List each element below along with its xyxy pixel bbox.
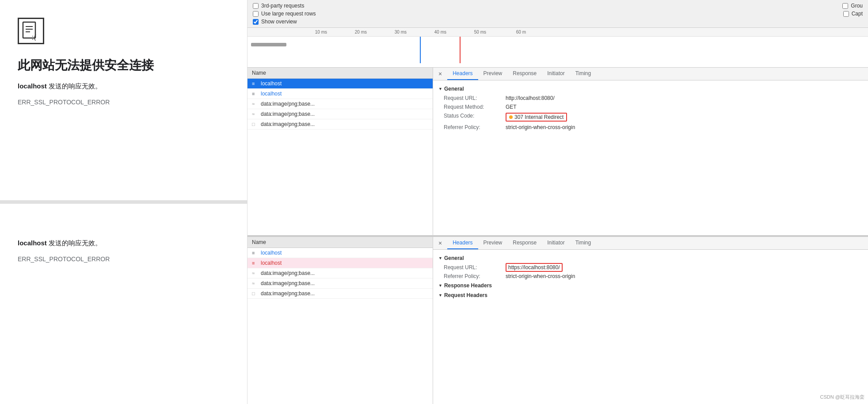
req-icon-2-4: ≈ xyxy=(252,281,258,286)
capture-checkbox[interactable] xyxy=(843,11,849,17)
detail-value-referrer-1: strict-origin-when-cross-origin xyxy=(506,124,863,130)
req-name-2-1: localhost xyxy=(261,250,282,256)
timeline-bar-area xyxy=(247,37,868,63)
req-name-2-3: data:image/png;base... xyxy=(261,270,315,276)
general-section-header-2: General xyxy=(433,253,868,263)
request-row-2-5[interactable]: □ data:image/png;base... xyxy=(247,289,433,299)
tab-timing-1[interactable]: Timing xyxy=(570,68,597,80)
req-icon-1-2: ≡ xyxy=(252,91,258,96)
request-row-1-4[interactable]: ≈ data:image/png;base... xyxy=(247,109,433,119)
url-highlight-2: https://localhost:8080/ xyxy=(506,263,563,272)
timeline-ruler: 10 ms 20 ms 30 ms 40 ms 50 ms 60 m xyxy=(247,28,868,37)
status-dot-1 xyxy=(509,115,513,119)
general-section-header-1: General xyxy=(433,84,868,94)
error-code-2: ERR_SSL_PROTOCOL_ERROR xyxy=(18,255,229,263)
network-section-1: Name ≡ localhost ≡ localhost ≈ data:imag… xyxy=(247,68,868,237)
close-button-2[interactable]: × xyxy=(435,238,445,248)
error-subtitle-1: localhost 发送的响应无效。 xyxy=(18,82,229,91)
show-overview-checkbox[interactable] xyxy=(253,19,259,25)
detail-value-referrer-2: strict-origin-when-cross-origin xyxy=(506,273,863,279)
capture-label: Capt xyxy=(852,11,863,17)
request-list-header-2: Name xyxy=(247,237,433,248)
large-rows-checkbox[interactable] xyxy=(253,11,259,17)
request-row-2-1[interactable]: ≡ localhost xyxy=(247,248,433,258)
request-row-1-5[interactable]: □ data:image/png;base... xyxy=(247,119,433,130)
timeline-area: 10 ms 20 ms 30 ms 40 ms 50 ms 60 m xyxy=(247,28,868,68)
tab-timing-2[interactable]: Timing xyxy=(570,237,597,249)
devtools-panel: 3rd-party requests Grou Use large reques… xyxy=(247,0,868,404)
third-party-checkbox-item[interactable]: 3rd-party requests xyxy=(253,3,304,9)
detail-row-1-status: Status Code: 307 Internal Redirect xyxy=(433,111,868,123)
details-tabs-2: × Headers Preview Response Initiator Tim… xyxy=(433,237,868,250)
tab-response-1[interactable]: Response xyxy=(507,68,542,80)
timeline-bar xyxy=(251,43,286,46)
req-name-2-2: localhost xyxy=(261,260,282,266)
details-content-1: General Request URL: http://localhost:80… xyxy=(433,80,868,235)
details-panel-1: × Headers Preview Response Initiator Tim… xyxy=(433,68,868,235)
watermark: CSDN @眨耳拉海栾 xyxy=(820,394,864,400)
detail-row-1-referrer: Referrer Policy: strict-origin-when-cros… xyxy=(433,123,868,132)
detail-row-1-url: Request URL: http://localhost:8080/ xyxy=(433,94,868,103)
browser-error-panel: :( 此网站无法提供安全连接 localhost 发送的响应无效。 ERR_SS… xyxy=(0,0,247,404)
detail-label-status-1: Status Code: xyxy=(444,113,506,122)
close-button-1[interactable]: × xyxy=(435,69,445,79)
status-text-1: 307 Internal Redirect xyxy=(514,114,563,120)
detail-label-url-1: Request URL: xyxy=(444,95,506,101)
timeline-line-red xyxy=(460,37,461,63)
svg-text::(: :( xyxy=(32,34,36,41)
detail-row-2-referrer: Referrer Policy: strict-origin-when-cros… xyxy=(433,272,868,281)
request-list-2: Name ≡ localhost ≡ localhost ≈ data:imag… xyxy=(247,237,433,404)
request-row-2-2[interactable]: ≡ localhost xyxy=(247,258,433,268)
toolbar-row-1: 3rd-party requests Grou xyxy=(253,3,863,9)
detail-value-status-1: 307 Internal Redirect xyxy=(506,113,863,122)
large-rows-checkbox-item[interactable]: Use large request rows xyxy=(253,11,316,17)
large-rows-label: Use large request rows xyxy=(261,11,316,17)
req-name-1-5: data:image/png;base... xyxy=(261,121,315,127)
tab-initiator-2[interactable]: Initiator xyxy=(542,237,570,249)
req-name-1-4: data:image/png;base... xyxy=(261,111,315,117)
detail-row-1-method: Request Method: GET xyxy=(433,103,868,111)
detail-row-2-url: Request URL: https://localhost:8080/ xyxy=(433,263,868,272)
tab-preview-2[interactable]: Preview xyxy=(478,237,508,249)
tick-4: 30 ms xyxy=(369,30,408,34)
details-panel-2: × Headers Preview Response Initiator Tim… xyxy=(433,237,868,404)
third-party-checkbox[interactable] xyxy=(253,3,259,9)
req-icon-2-1: ≡ xyxy=(252,250,258,255)
tab-response-2[interactable]: Response xyxy=(507,237,542,249)
group-label: Grou xyxy=(851,3,863,9)
request-list-1: Name ≡ localhost ≡ localhost ≈ data:imag… xyxy=(247,68,433,235)
tab-headers-1[interactable]: Headers xyxy=(447,68,478,80)
req-name-1-1: localhost xyxy=(261,80,282,87)
group-checkbox-item[interactable]: Grou xyxy=(842,3,863,9)
timeline-line-blue xyxy=(420,37,421,63)
error-section-1: :( 此网站无法提供安全连接 localhost 发送的响应无效。 ERR_SS… xyxy=(0,0,247,204)
req-icon-1-3: ≈ xyxy=(252,101,258,107)
toolbar-row-3: Show overview xyxy=(253,19,863,25)
request-row-1-3[interactable]: ≈ data:image/png;base... xyxy=(247,99,433,109)
capture-checkbox-item[interactable]: Capt xyxy=(843,11,863,17)
detail-label-referrer-1: Referrer Policy: xyxy=(444,124,506,130)
toolbar-row-2: Use large request rows Capt xyxy=(253,11,863,17)
req-name-2-5: data:image/png;base... xyxy=(261,290,315,297)
req-icon-2-3: ≈ xyxy=(252,271,258,276)
request-row-1-2[interactable]: ≡ localhost xyxy=(247,89,433,99)
request-headers-section[interactable]: Request Headers xyxy=(433,290,868,300)
tab-preview-1[interactable]: Preview xyxy=(478,68,508,80)
details-tabs-1: × Headers Preview Response Initiator Tim… xyxy=(433,68,868,80)
show-overview-checkbox-item[interactable]: Show overview xyxy=(253,19,297,25)
request-row-2-4[interactable]: ≈ data:image/png;base... xyxy=(247,278,433,289)
req-name-2-4: data:image/png;base... xyxy=(261,280,315,286)
tab-initiator-1[interactable]: Initiator xyxy=(542,68,570,80)
error-subtitle-2: localhost 发送的响应无效。 xyxy=(18,239,229,248)
request-row-1-1[interactable]: ≡ localhost xyxy=(247,79,433,89)
group-checkbox[interactable] xyxy=(842,3,848,9)
tab-headers-2[interactable]: Headers xyxy=(447,237,478,249)
req-name-1-2: localhost xyxy=(261,91,282,97)
details-content-2: General Request URL: https://localhost:8… xyxy=(433,250,868,404)
tick-3: 20 ms xyxy=(329,30,369,34)
req-icon-1-1: ≡ xyxy=(252,81,258,86)
response-headers-section[interactable]: Response Headers xyxy=(433,281,868,290)
req-icon-1-5: □ xyxy=(252,122,258,127)
request-row-2-3[interactable]: ≈ data:image/png;base... xyxy=(247,268,433,278)
detail-label-url-2: Request URL: xyxy=(444,264,506,271)
